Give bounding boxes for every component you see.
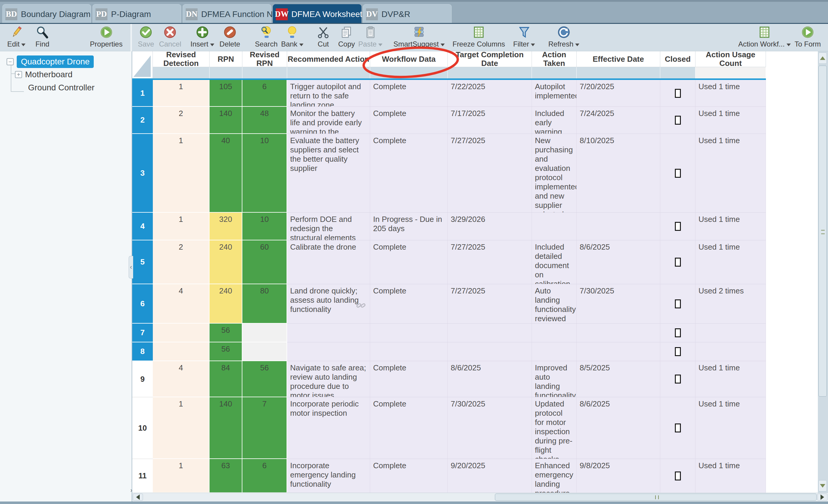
toolbar-button-freeze-columns[interactable]: Freeze Columns [453,25,505,48]
cell-effective-date[interactable]: 9/8/2025 [577,459,660,493]
cell-action-usage-count[interactable] [696,342,766,361]
cell-effective-date[interactable]: 7/24/2025 [577,107,660,134]
cell-closed[interactable] [660,459,696,493]
filter-cell-action-taken[interactable] [532,67,577,79]
cell-action-usage-count[interactable]: Used 1 time [696,459,766,493]
filter-cell-target-completion-date[interactable] [448,67,532,79]
column-header-action-taken[interactable]: Action Taken [532,51,577,67]
cell-closed[interactable] [660,324,696,342]
select-all-corner[interactable] [132,51,153,79]
cell-rpn[interactable]: 140 [210,397,242,459]
tab-dw[interactable]: DW DFMEA Worksheet [273,4,362,24]
cell-recommended-action[interactable]: Calibrate the drone [287,240,370,284]
cell-workflow-data[interactable] [370,342,448,361]
column-header-closed[interactable]: Closed [660,51,696,67]
cell-rpn[interactable]: 240 [210,240,242,284]
cell-target-completion-date[interactable]: 7/17/2025 [448,107,532,134]
cell-action-usage-count[interactable]: Used 1 time [696,213,766,240]
column-header-target-completion-date[interactable]: Target Completion Date [448,51,532,67]
cell-closed[interactable] [660,80,696,107]
scroll-up-button[interactable] [819,52,827,64]
horizontal-scroll-thumb[interactable] [495,494,817,501]
toolbar-button-filter[interactable]: Filter [513,25,535,48]
closed-checkbox[interactable] [675,116,681,125]
closed-checkbox[interactable] [675,300,681,308]
cell-workflow-data[interactable]: Complete [370,107,448,134]
closed-checkbox[interactable] [675,89,681,98]
toolbar-button-search[interactable]: Search [255,25,278,48]
cell-closed[interactable] [660,342,696,361]
toolbar-button-smartsuggest[interactable]: SmartSuggest [394,25,445,48]
cell-closed[interactable] [660,361,696,397]
tab-dn[interactable]: DN DFMEA Function Net [183,4,271,24]
tab-dv[interactable]: DV DVP&R [363,4,452,24]
filter-cell-revised-detection[interactable] [153,67,210,79]
cell-action-taken[interactable]: Improved auto landing functionality [532,361,577,397]
cell-rpn[interactable]: 320 [210,213,242,240]
row-number[interactable]: 8 [132,342,153,361]
cell-effective-date[interactable]: 8/10/2025 [577,134,660,213]
vertical-scroll-thumb[interactable] [819,65,827,397]
cell-revised-rpn[interactable]: 7 [242,397,287,459]
expander-plus-icon[interactable]: + [15,71,22,78]
cell-target-completion-date[interactable]: 9/20/2025 [448,459,532,493]
cell-target-completion-date[interactable]: 7/22/2025 [448,80,532,107]
closed-checkbox[interactable] [675,423,681,432]
cell-revised-detection[interactable]: 4 [153,284,210,324]
tree-item-ground-controller[interactable]: Ground Controller [25,83,95,92]
cell-recommended-action[interactable]: Navigate to safe area; review auto landi… [287,361,370,397]
cell-rpn[interactable]: 56 [210,324,242,342]
cell-rpn[interactable]: 63 [210,459,242,493]
cell-target-completion-date[interactable]: 8/6/2025 [448,361,532,397]
cell-workflow-data[interactable] [370,324,448,342]
tree-item-quadcopter-drone[interactable]: −Quadcopter Drone [7,55,94,68]
cell-target-completion-date[interactable]: 7/30/2025 [448,397,532,459]
closed-checkbox[interactable] [675,328,681,337]
closed-checkbox[interactable] [675,222,681,231]
cell-workflow-data[interactable]: Complete [370,80,448,107]
cell-revised-rpn[interactable]: 10 [242,213,287,240]
toolbar-button-cancel[interactable]: Cancel [159,25,181,48]
toolbar-button-action-workf[interactable]: Action Workf... [738,25,791,48]
cell-revised-detection[interactable]: 1 [153,213,210,240]
row-number[interactable]: 10 [132,397,153,459]
row-number[interactable]: 3 [132,134,153,213]
cell-revised-detection[interactable]: 1 [153,459,210,493]
row-number[interactable]: 4 [132,213,153,240]
cell-workflow-data[interactable]: In Progress - Due in 205 days [370,213,448,240]
cell-action-taken[interactable] [532,213,577,240]
cell-workflow-data[interactable]: Complete [370,134,448,213]
cell-effective-date[interactable] [577,213,660,240]
cell-revised-rpn[interactable]: 6 [242,459,287,493]
cell-effective-date[interactable]: 8/6/2025 [577,397,660,459]
cell-action-usage-count[interactable] [696,324,766,342]
row-number[interactable]: 6 [132,284,153,324]
cell-rpn[interactable]: 240 [210,284,242,324]
cell-revised-detection[interactable] [153,324,210,342]
row-number[interactable]: 5 [132,240,153,284]
cell-revised-detection[interactable]: 1 [153,134,210,213]
scroll-right-button[interactable] [817,494,827,501]
cell-closed[interactable] [660,240,696,284]
cell-action-usage-count[interactable]: Used 1 time [696,397,766,459]
column-header-workflow-data[interactable]: Workflow Data [370,51,448,67]
cell-recommended-action[interactable] [287,324,370,342]
cell-action-taken[interactable]: Included early warning system [532,107,577,134]
cell-rpn[interactable]: 40 [210,134,242,213]
toolbar-button-paste[interactable]: Paste [358,25,382,48]
cell-recommended-action[interactable]: Incorporate emergency landing functional… [287,459,370,493]
cell-action-usage-count[interactable]: Used 1 time [696,361,766,397]
row-number[interactable]: 7 [132,324,153,342]
cell-recommended-action[interactable]: Trigger autopilot and return to the safe… [287,80,370,107]
cell-revised-rpn[interactable] [242,324,287,342]
closed-checkbox[interactable] [675,347,681,356]
cell-action-taken[interactable]: Auto landing functionality reviewed and … [532,284,577,324]
cell-action-usage-count[interactable]: Used 1 time [696,240,766,284]
cell-effective-date[interactable]: 7/20/2025 [577,80,660,107]
toolbar-button-insert[interactable]: Insert [191,25,214,48]
filter-cell-closed[interactable] [660,67,696,79]
cell-target-completion-date[interactable]: 7/27/2025 [448,240,532,284]
cell-revised-detection[interactable]: 1 [153,397,210,459]
column-header-effective-date[interactable]: Effective Date [577,51,660,67]
cell-closed[interactable] [660,107,696,134]
